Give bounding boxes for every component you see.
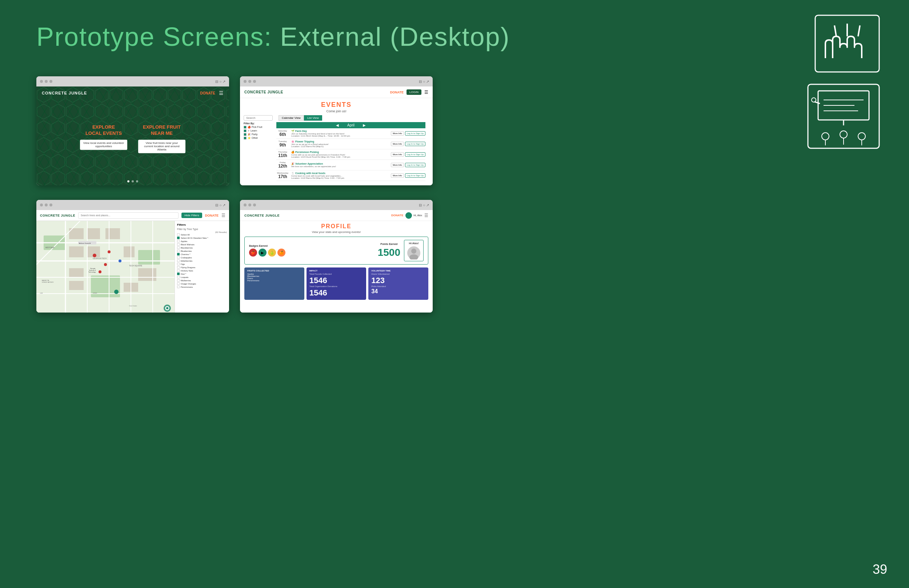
cta-fruit-btn[interactable]: View fruit trees near your current locat…: [138, 139, 186, 153]
filter-cb[interactable]: [177, 237, 180, 239]
page-title: Prototype Screens: External (Desktop): [36, 22, 510, 52]
filter-cb[interactable]: [177, 279, 180, 282]
signup-btn[interactable]: Log In to Sign Up: [405, 142, 425, 146]
month-label: April: [347, 123, 354, 127]
stats-card: Badges Earned 🍎 ▶ 🍐 🍊 Points Earned 1500…: [244, 237, 428, 265]
signup-btn[interactable]: Log In to Sign Up: [405, 152, 425, 157]
more-info-btn[interactable]: More Info: [391, 131, 404, 136]
filter-persimmons: Persimmons: [177, 286, 227, 288]
more-info-btn[interactable]: More Info: [391, 142, 404, 146]
filter-cb[interactable]: [177, 273, 180, 275]
filter-cb[interactable]: [177, 253, 180, 255]
filter-cb[interactable]: [177, 250, 180, 252]
event-loc: Location: 1224 Duck Pond Rd (Map 10) Tim…: [291, 156, 389, 158]
filter-cb[interactable]: [177, 260, 180, 262]
filter-cb[interactable]: [177, 283, 180, 285]
day-num: 12th: [277, 163, 289, 169]
filter-text: Select All: [181, 234, 190, 236]
events-login[interactable]: LOGIN: [406, 89, 421, 95]
browser-chrome-profile: ⊟ ○ ↗: [240, 200, 433, 210]
filter-cb[interactable]: [244, 137, 246, 139]
profile-donate[interactable]: DONATE: [391, 214, 403, 217]
home-menu-icon[interactable]: ☰: [219, 90, 223, 96]
events-search-input[interactable]: [244, 115, 273, 121]
map-content: CONCRETE JUNGLE Hide Filters DONATE ☰: [36, 210, 229, 313]
browser-chrome-map: ⊟ ○ ↗: [36, 200, 229, 210]
list-view-btn[interactable]: List View: [304, 115, 322, 121]
avatar-svg: [407, 246, 421, 260]
filter-cb[interactable]: [177, 233, 180, 236]
day-num: 6th: [277, 132, 289, 137]
filter-loquats: Loquats: [177, 276, 227, 278]
calendar-view-btn[interactable]: Calendar View: [278, 115, 304, 121]
cta-local-events: EXPLORELOCAL EVENTS View local events an…: [80, 124, 127, 153]
events-subtitle: Come join us!: [240, 109, 433, 113]
map-navbar: CONCRETE JUNGLE Hide Filters DONATE ☰: [36, 210, 229, 221]
hi-alex-card: Hi Alex!: [404, 240, 424, 261]
filter-cb[interactable]: [177, 263, 180, 265]
volunteer-title: VOLUNTEER TIME: [371, 270, 425, 272]
signup-btn[interactable]: Log In to Sign Up: [405, 163, 425, 167]
next-month[interactable]: ▶: [363, 123, 366, 127]
hide-filters-btn[interactable]: Hide Filters: [181, 213, 202, 218]
filter-text: Osage Oranges: [181, 283, 196, 285]
events-donate[interactable]: DONATE: [390, 90, 404, 94]
events-heading: EVENTS: [240, 101, 433, 109]
profile-heading: PROFILE: [240, 223, 433, 230]
event-desc: We love our volunteers, so we appreciate…: [291, 165, 389, 168]
event-row: Friday 12th 🎉 Volunteer Appreciation We …: [277, 160, 425, 170]
filter-cb[interactable]: [177, 243, 180, 246]
svg-point-62: [166, 307, 168, 309]
filter-select-all: Select All: [177, 233, 227, 236]
impact-pounds-value: 1546: [309, 276, 364, 285]
map-menu[interactable]: ☰: [222, 213, 225, 218]
more-info-btn[interactable]: More Info: [391, 173, 404, 178]
map-donate[interactable]: DONATE: [205, 214, 218, 217]
browser-dot: [49, 204, 52, 207]
filter-section-title: Filter by Tree Type: [177, 228, 227, 230]
events-menu[interactable]: ☰: [424, 90, 428, 95]
svg-rect-26: [124, 246, 134, 257]
profile-menu[interactable]: ☰: [424, 213, 428, 218]
signup-btn[interactable]: Log In to Sign Up: [405, 131, 425, 136]
filter-text: Loquats: [181, 276, 188, 278]
raised-hands-icon: [814, 15, 880, 73]
browser-dot: [248, 80, 251, 83]
prev-month[interactable]: ◀: [336, 123, 339, 127]
park-area: [138, 250, 160, 265]
more-info-btn[interactable]: More Info: [391, 152, 404, 157]
filter-cb[interactable]: [177, 240, 180, 242]
filter-cb[interactable]: [177, 246, 180, 249]
filter-label: Filter By:: [244, 122, 269, 124]
badge-orange: 🍊: [277, 249, 285, 257]
dot: [132, 180, 134, 183]
browser-dot: [253, 204, 256, 207]
cta-local-btn[interactable]: View local events and volunteer opportun…: [80, 139, 127, 150]
dot: [127, 180, 129, 183]
home-donate[interactable]: DONATE: [201, 91, 215, 95]
map-search[interactable]: [78, 212, 178, 219]
event-loc: Location: 1122 Barns Rd (Map E): [291, 145, 389, 147]
profile-navbar: CONCRETE JUNGLE DONATE Hi, Alex ☰: [240, 210, 433, 221]
filter-cb[interactable]: [177, 276, 180, 278]
signup-btn[interactable]: Log In to Sign Up: [405, 173, 425, 178]
event-row: Saturday 6th 🌱 Farm Day Join us Saturday…: [277, 128, 425, 139]
more-info-btn[interactable]: More Info: [391, 163, 404, 167]
filter-text: ⭐ Other: [247, 137, 258, 139]
svg-line-10: [814, 102, 820, 103]
svg-text:Midtown Transit M: Midtown Transit M: [79, 242, 91, 244]
svg-rect-24: [69, 246, 84, 257]
events-main-area: Filter By: 🍎 Pick Fruit ✓ Learn 🎉 Party …: [240, 122, 433, 181]
filter-other: ⭐ Other: [244, 137, 269, 139]
filter-cb[interactable]: [177, 286, 180, 288]
filter-cb[interactable]: [244, 133, 246, 136]
filter-cb[interactable]: [177, 269, 180, 272]
svg-point-12: [822, 132, 829, 140]
filter-cb[interactable]: [244, 129, 246, 132]
filter-text: Elderberries: [181, 260, 192, 262]
filter-cb[interactable]: [177, 256, 180, 259]
filter-cb[interactable]: [244, 126, 246, 129]
event-row: Thursday 11th 🍊 Persimmon Picking Come w…: [277, 149, 425, 160]
filter-learn: ✓ Learn: [244, 129, 269, 132]
filter-cb[interactable]: [177, 266, 180, 268]
